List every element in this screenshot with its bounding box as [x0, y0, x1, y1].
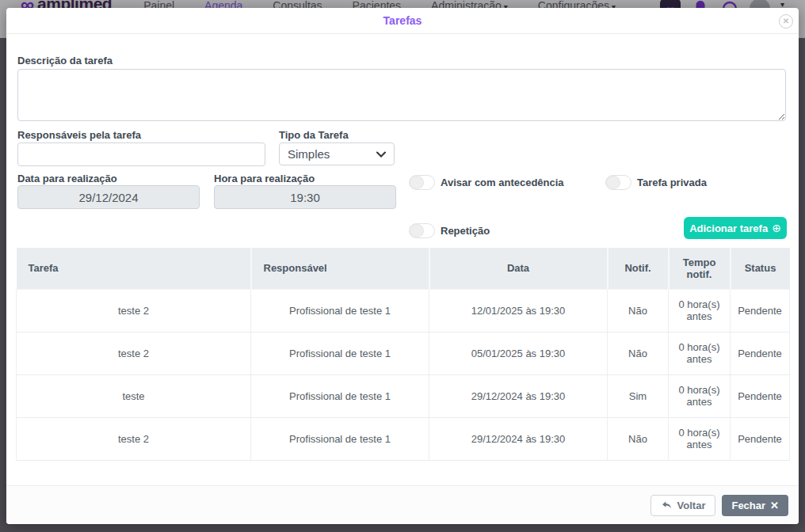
cell-tempo-notif: 0 hora(s) antes [669, 417, 731, 460]
col-header-data: Data [429, 248, 608, 289]
notify-toggle[interactable] [409, 175, 435, 190]
cell-status: Pendente [731, 332, 790, 374]
cell-status: Pendente [731, 289, 790, 332]
cell-responsavel: Profissional de teste 1 [251, 289, 429, 332]
date-label: Data para realização [17, 173, 117, 184]
chevron-down-icon [376, 151, 386, 158]
cell-tarefa: teste 2 [17, 332, 251, 374]
modal-title: Tarefas [383, 14, 422, 27]
cell-status: Pendente [731, 417, 790, 460]
repeat-toggle-label: Repetição [441, 225, 490, 237]
close-button-label: Fechar [731, 500, 765, 511]
tarefas-modal: Tarefas ✕ Descrição da tarefa Responsáve… [6, 8, 799, 524]
table-row: teste Profissional de teste 1 29/12/2024… [17, 374, 790, 417]
table-header-row: Tarefa Responsável Data Notif. Tempo not… [17, 248, 790, 289]
table-row: teste 2 Profissional de teste 1 12/01/20… [17, 289, 790, 332]
cell-tarefa: teste [17, 374, 251, 417]
cell-data: 29/12/2024 às 19:30 [429, 374, 608, 417]
cell-responsavel: Profissional de teste 1 [251, 332, 429, 374]
toggle-knob [410, 176, 424, 189]
close-button[interactable]: Fechar ✕ [722, 495, 788, 516]
close-icon[interactable]: ✕ [779, 14, 793, 28]
col-header-tarefa: Tarefa [17, 248, 251, 289]
private-toggle-label: Tarefa privada [637, 177, 707, 188]
plus-circle-icon: ⊕ [772, 223, 781, 234]
cell-status: Pendente [731, 374, 790, 417]
cell-data: 12/01/2025 às 19:30 [429, 289, 608, 332]
cell-tempo-notif: 0 hora(s) antes [669, 374, 731, 417]
back-button[interactable]: Voltar [650, 495, 716, 516]
task-type-select[interactable]: Simples [279, 142, 395, 165]
repeat-toggle[interactable] [409, 223, 435, 238]
x-icon: ✕ [770, 500, 779, 511]
col-header-status: Status [731, 248, 790, 289]
table-row: teste 2 Profissional de teste 1 29/12/20… [17, 417, 790, 460]
responsibles-input[interactable] [17, 142, 265, 166]
cell-responsavel: Profissional de teste 1 [251, 374, 429, 417]
cell-tarefa: teste 2 [17, 417, 251, 460]
description-label: Descrição da tarefa [17, 55, 113, 66]
responsibles-label: Responsáveis pela tarefa [17, 129, 141, 141]
cell-notif: Não [608, 332, 669, 374]
cell-tempo-notif: 0 hora(s) antes [669, 289, 731, 332]
private-toggle[interactable] [605, 175, 631, 190]
cell-notif: Não [608, 289, 669, 332]
back-button-label: Voltar [677, 500, 706, 511]
col-header-notif: Notif. [608, 248, 669, 289]
task-type-label: Tipo da Tarefa [279, 129, 349, 141]
time-label: Hora para realização [214, 173, 315, 184]
task-type-value: Simples [288, 147, 330, 161]
cell-notif: Sim [608, 374, 669, 417]
cell-data: 05/01/2025 às 19:30 [429, 332, 608, 374]
toggle-knob [410, 224, 424, 238]
undo-icon [661, 500, 673, 511]
cell-tempo-notif: 0 hora(s) antes [669, 332, 731, 374]
modal-footer: Voltar Fechar ✕ [6, 485, 799, 524]
cell-tarefa: teste 2 [17, 289, 251, 332]
cell-responsavel: Profissional de teste 1 [251, 417, 429, 460]
add-task-label: Adicionar tarefa [689, 222, 768, 234]
task-description-textarea[interactable] [17, 69, 786, 121]
modal-header: Tarefas [6, 8, 799, 34]
add-task-button[interactable]: Adicionar tarefa ⊕ [684, 217, 787, 239]
tasks-table: Tarefa Responsável Data Notif. Tempo not… [16, 248, 790, 461]
col-header-tempo-notif: Tempo notif. [669, 248, 731, 289]
table-row: teste 2 Profissional de teste 1 05/01/20… [17, 332, 790, 374]
date-input[interactable] [17, 185, 200, 209]
toggle-knob [606, 176, 620, 189]
cell-data: 29/12/2024 às 19:30 [429, 417, 608, 460]
notify-toggle-label: Avisar com antecedência [441, 177, 564, 188]
cell-notif: Não [608, 417, 669, 460]
col-header-responsavel: Responsável [251, 248, 429, 289]
time-input[interactable] [214, 185, 396, 209]
